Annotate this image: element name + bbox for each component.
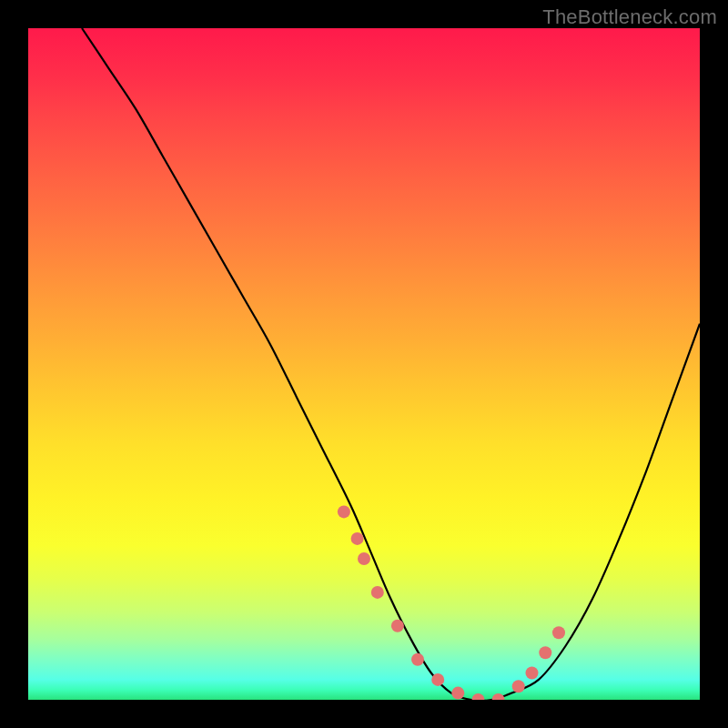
marker-dot [539, 646, 551, 659]
marker-dot [451, 687, 464, 700]
curve-markers [338, 505, 565, 700]
chart-frame: TheBottleneck.com [0, 0, 728, 728]
marker-dot [371, 586, 384, 599]
marker-dot [431, 673, 444, 686]
marker-dot [411, 653, 424, 666]
marker-dot [358, 552, 370, 565]
marker-dot [512, 680, 525, 693]
marker-dot [391, 620, 404, 632]
marker-dot [472, 693, 485, 700]
watermark-text: TheBottleneck.com [542, 5, 717, 29]
curve-layer [28, 28, 700, 700]
main-curve [82, 28, 700, 700]
marker-dot [351, 532, 364, 545]
bottleneck-curve [82, 28, 700, 700]
marker-dot [552, 626, 565, 639]
marker-dot [526, 667, 539, 680]
marker-dot [492, 693, 505, 700]
plot-area [28, 28, 700, 700]
marker-dot [338, 505, 350, 518]
